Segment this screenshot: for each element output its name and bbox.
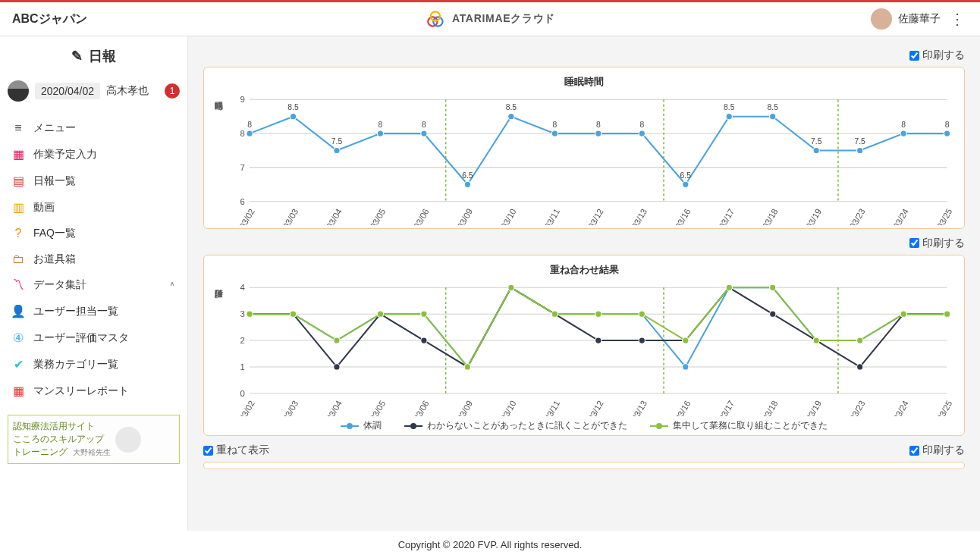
sidebar-item-5[interactable]: 🗀お道具箱	[0, 246, 187, 272]
svg-text:03/18: 03/18	[761, 399, 780, 417]
legend-item[interactable]: わからないことがあったときに訊くことができた	[404, 419, 627, 432]
svg-text:7.5: 7.5	[855, 137, 866, 146]
legend-item[interactable]: 体調	[341, 419, 382, 432]
org-name: ABCジャパン	[12, 11, 87, 27]
svg-text:8.5: 8.5	[768, 103, 779, 111]
print-label: 印刷する	[922, 49, 965, 62]
print-checkbox-input-3[interactable]	[909, 446, 919, 456]
chart-sleep-ylabel: 睡眠時間	[213, 92, 226, 225]
toolbox-icon: 🗀	[11, 252, 26, 266]
svg-text:03/03: 03/03	[281, 399, 300, 417]
calendar-icon: ▦	[11, 384, 26, 398]
promo-line3: トレーニング	[13, 447, 68, 457]
chart-sleep: 睡眠時間 睡眠時間 678903/0203/0303/0403/0503/060…	[203, 67, 965, 229]
svg-text:03/05: 03/05	[369, 207, 388, 225]
sidebar-item-3[interactable]: ▥動画	[0, 194, 187, 221]
promo-image	[115, 427, 141, 453]
svg-point-137	[595, 311, 602, 317]
notification-badge[interactable]: 1	[165, 83, 180, 99]
sidebar-item-10[interactable]: ▦マンスリーレポート	[0, 378, 187, 404]
sidebar-item-1[interactable]: ▦作業予定入力	[0, 141, 187, 168]
svg-point-49	[639, 130, 645, 136]
svg-text:8: 8	[596, 121, 601, 129]
svg-point-130	[290, 311, 296, 317]
sidebar-item-8[interactable]: ④ユーザー評価マスタ	[0, 324, 187, 351]
svg-text:1: 1	[240, 362, 244, 371]
svg-point-116	[421, 337, 427, 343]
brand-text: ATARIMAEクラウド	[452, 12, 555, 26]
chart-overlay-ylabel: 評価段階	[213, 280, 226, 417]
svg-point-63	[944, 130, 950, 136]
promo-line2: こころのスキルアップ	[13, 433, 111, 446]
print-checkbox-2[interactable]: 印刷する	[909, 237, 965, 250]
svg-point-139	[683, 337, 689, 343]
svg-text:03/06: 03/06	[412, 399, 431, 417]
print-checkbox-3[interactable]: 印刷する	[909, 444, 965, 457]
svg-point-57	[813, 147, 819, 153]
promo-line1: 認知療法活用サイト	[13, 420, 111, 433]
svg-text:8: 8	[247, 121, 252, 129]
svg-point-43	[508, 114, 514, 120]
sidebar-nav: ≡メニュー▦作業予定入力▤日報一覧▥動画?FAQ一覧🗀お道具箱〽データ集計＾👤ユ…	[0, 112, 187, 407]
grid-icon: ▦	[11, 147, 26, 161]
svg-text:03/11: 03/11	[543, 207, 562, 225]
svg-point-120	[595, 337, 602, 343]
overlay-checkbox[interactable]: 重ねて表示	[203, 444, 269, 457]
svg-text:6: 6	[240, 197, 244, 206]
sidebar-item-4[interactable]: ?FAQ一覧	[0, 221, 187, 246]
print-label: 印刷する	[922, 237, 965, 250]
sidebar-item-7[interactable]: 👤ユーザー担当一覧	[0, 298, 187, 324]
svg-text:03/02: 03/02	[237, 207, 256, 225]
staff-date[interactable]: 2020/04/02	[35, 83, 100, 99]
svg-point-61	[900, 130, 906, 136]
svg-text:03/12: 03/12	[586, 207, 605, 225]
svg-point-138	[639, 311, 645, 317]
legend-item[interactable]: 集中して業務に取り組むことができた	[650, 419, 828, 432]
overlay-row: 重ねて表示 印刷する	[203, 444, 965, 457]
staff-name: 高木孝也	[106, 84, 149, 98]
legend-label: 体調	[363, 419, 382, 432]
svg-text:9: 9	[240, 95, 244, 104]
svg-point-124	[770, 311, 776, 317]
svg-text:3: 3	[240, 309, 244, 318]
sidebar-item-0[interactable]: ≡メニュー	[0, 115, 187, 141]
promo-banner[interactable]: 認知療法活用サイト こころのスキルアップ トレーニング 大野裕先生	[8, 415, 180, 464]
svg-point-121	[639, 337, 645, 343]
user-menu[interactable]: 佐藤華子 ⋮	[871, 8, 968, 30]
print-checkbox-1[interactable]: 印刷する	[909, 49, 965, 62]
svg-text:8.5: 8.5	[506, 103, 517, 111]
brand-logo[interactable]: ATARIMAEクラウド	[425, 8, 555, 30]
sidebar-item-9[interactable]: ✔業務カテゴリ一覧	[0, 351, 187, 378]
help-icon: ?	[11, 227, 26, 240]
svg-text:8: 8	[552, 121, 557, 129]
print-checkbox-input-2[interactable]	[909, 238, 919, 248]
svg-text:03/05: 03/05	[369, 399, 388, 417]
kebab-icon[interactable]: ⋮	[947, 10, 968, 28]
svg-point-134	[464, 363, 470, 369]
svg-text:03/17: 03/17	[717, 399, 736, 417]
print-checkbox-input-1[interactable]	[909, 51, 919, 61]
svg-point-31	[247, 130, 253, 136]
legend-label: 集中して業務に取り組むことができた	[673, 419, 828, 432]
svg-point-37	[377, 130, 383, 136]
overlay-checkbox-input[interactable]	[203, 446, 213, 456]
sidebar-title: ✎ 日報	[0, 36, 187, 76]
svg-text:03/04: 03/04	[325, 399, 344, 417]
svg-point-142	[813, 337, 819, 343]
sidebar-item-6[interactable]: 〽データ集計＾	[0, 272, 187, 298]
sidebar-item-2[interactable]: ▤日報一覧	[0, 168, 187, 194]
sidebar-item-label: 動画	[33, 201, 55, 215]
svg-point-33	[290, 114, 296, 120]
chart-overlay-title: 重ね合わせ結果	[213, 263, 955, 277]
sidebar: ✎ 日報 2020/04/02 高木孝也 1 ≡メニュー▦作業予定入力▤日報一覧…	[0, 36, 188, 531]
staff-row[interactable]: 2020/04/02 高木孝也 1	[0, 76, 187, 106]
svg-point-35	[334, 147, 340, 153]
sidebar-item-label: メニュー	[33, 121, 76, 135]
svg-point-59	[857, 147, 863, 153]
check-icon: ✔	[11, 357, 26, 371]
svg-text:03/17: 03/17	[717, 207, 736, 225]
chart-overlay-svg: 0123403/0203/0303/0403/0503/0603/0903/10…	[226, 280, 955, 417]
svg-point-114	[334, 363, 340, 369]
overlay-label: 重ねて表示	[216, 444, 269, 457]
svg-text:7.5: 7.5	[811, 137, 822, 146]
